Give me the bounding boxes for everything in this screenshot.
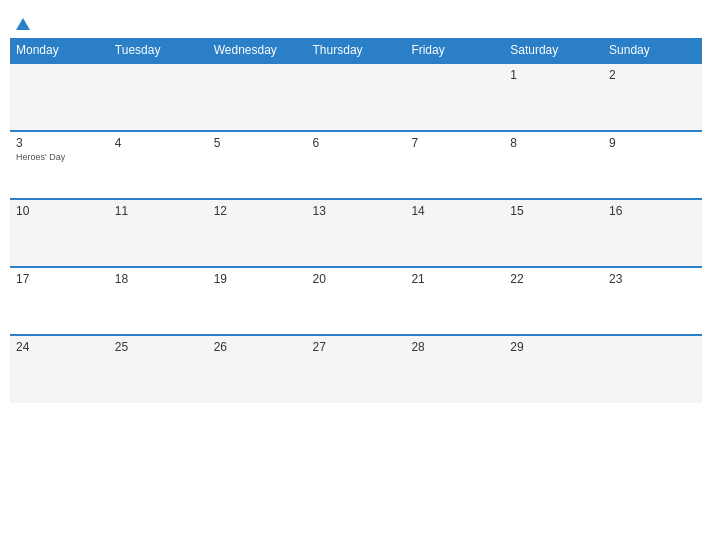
day-number: 1: [510, 68, 597, 82]
day-number: 22: [510, 272, 597, 286]
calendar-cell: [603, 335, 702, 403]
calendar-cell: 24: [10, 335, 109, 403]
weekday-header-sunday: Sunday: [603, 38, 702, 63]
logo-triangle-icon: [16, 18, 30, 30]
calendar-week-row: 3Heroes' Day456789: [10, 131, 702, 199]
calendar-cell: 28: [405, 335, 504, 403]
calendar-cell: 20: [307, 267, 406, 335]
day-number: 20: [313, 272, 400, 286]
calendar-cell: 6: [307, 131, 406, 199]
calendar-table: MondayTuesdayWednesdayThursdayFridaySatu…: [10, 38, 702, 403]
calendar-cell: [10, 63, 109, 131]
weekday-header-row: MondayTuesdayWednesdayThursdayFridaySatu…: [10, 38, 702, 63]
day-number: 16: [609, 204, 696, 218]
calendar-cell: 3Heroes' Day: [10, 131, 109, 199]
weekday-header-wednesday: Wednesday: [208, 38, 307, 63]
calendar-cell: 26: [208, 335, 307, 403]
day-number: 12: [214, 204, 301, 218]
weekday-header-thursday: Thursday: [307, 38, 406, 63]
day-number: 7: [411, 136, 498, 150]
day-number: 6: [313, 136, 400, 150]
calendar-cell: 7: [405, 131, 504, 199]
calendar-cell: [405, 63, 504, 131]
calendar-cell: 21: [405, 267, 504, 335]
logo: [14, 18, 30, 30]
day-number: 24: [16, 340, 103, 354]
calendar-cell: 13: [307, 199, 406, 267]
calendar-cell: 22: [504, 267, 603, 335]
calendar-cell: 8: [504, 131, 603, 199]
day-number: 3: [16, 136, 103, 150]
day-number: 27: [313, 340, 400, 354]
day-number: 19: [214, 272, 301, 286]
day-number: 25: [115, 340, 202, 354]
calendar-cell: 4: [109, 131, 208, 199]
calendar-cell: 27: [307, 335, 406, 403]
weekday-header-saturday: Saturday: [504, 38, 603, 63]
day-number: 4: [115, 136, 202, 150]
calendar-cell: 18: [109, 267, 208, 335]
calendar-cell: [109, 63, 208, 131]
weekday-header-monday: Monday: [10, 38, 109, 63]
calendar-cell: 16: [603, 199, 702, 267]
calendar-cell: 1: [504, 63, 603, 131]
calendar-cell: 5: [208, 131, 307, 199]
day-number: 2: [609, 68, 696, 82]
day-number: 14: [411, 204, 498, 218]
calendar-header: [10, 10, 702, 34]
calendar-cell: 29: [504, 335, 603, 403]
day-number: 21: [411, 272, 498, 286]
day-number: 9: [609, 136, 696, 150]
calendar-cell: [307, 63, 406, 131]
calendar-cell: 9: [603, 131, 702, 199]
day-number: 29: [510, 340, 597, 354]
day-number: 8: [510, 136, 597, 150]
day-number: 15: [510, 204, 597, 218]
calendar-week-row: 10111213141516: [10, 199, 702, 267]
calendar-cell: 23: [603, 267, 702, 335]
day-number: 17: [16, 272, 103, 286]
day-number: 28: [411, 340, 498, 354]
day-number: 5: [214, 136, 301, 150]
calendar-cell: 10: [10, 199, 109, 267]
weekday-header-tuesday: Tuesday: [109, 38, 208, 63]
calendar-cell: 14: [405, 199, 504, 267]
calendar-cell: 15: [504, 199, 603, 267]
calendar-cell: 2: [603, 63, 702, 131]
day-number: 26: [214, 340, 301, 354]
weekday-header-friday: Friday: [405, 38, 504, 63]
day-number: 11: [115, 204, 202, 218]
day-number: 23: [609, 272, 696, 286]
calendar-cell: 25: [109, 335, 208, 403]
calendar-week-row: 12: [10, 63, 702, 131]
day-number: 18: [115, 272, 202, 286]
calendar-week-row: 242526272829: [10, 335, 702, 403]
calendar-week-row: 17181920212223: [10, 267, 702, 335]
calendar-cell: 11: [109, 199, 208, 267]
day-number: 10: [16, 204, 103, 218]
calendar-cell: 12: [208, 199, 307, 267]
calendar-cell: 17: [10, 267, 109, 335]
calendar-page: MondayTuesdayWednesdayThursdayFridaySatu…: [10, 10, 702, 403]
day-event: Heroes' Day: [16, 152, 103, 162]
calendar-cell: 19: [208, 267, 307, 335]
calendar-cell: [208, 63, 307, 131]
day-number: 13: [313, 204, 400, 218]
